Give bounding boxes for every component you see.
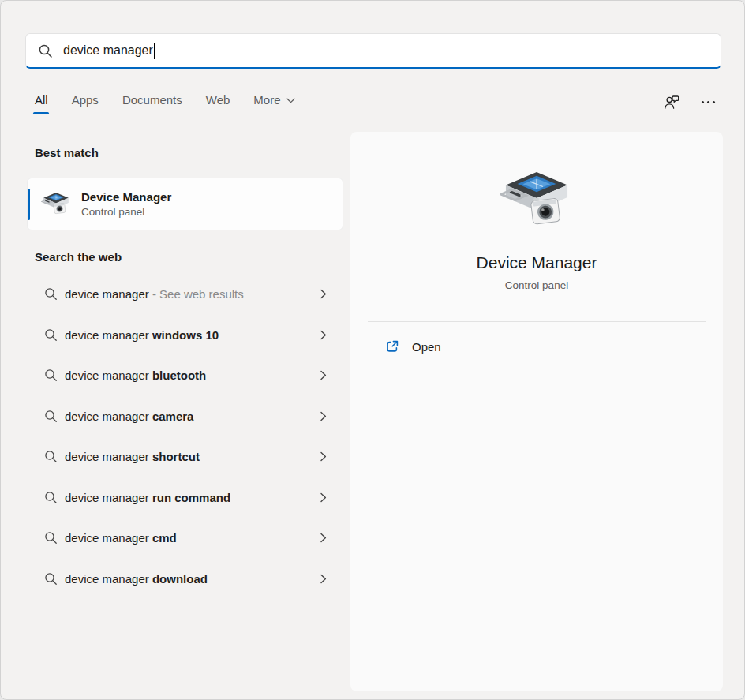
best-match-header: Best match — [35, 146, 343, 159]
selection-accent-bar — [28, 189, 30, 220]
windows-search-flyout: device manager All Apps Documents Web Mo… — [0, 0, 745, 700]
web-suggestion-camera[interactable]: device manager camera — [27, 396, 343, 437]
search-icon — [44, 531, 58, 545]
web-suggestion-shortcut[interactable]: device manager shortcut — [27, 436, 343, 477]
chevron-right-icon — [319, 492, 328, 503]
results-area: Best match — [1, 116, 744, 699]
search-icon — [44, 450, 58, 463]
results-list-column: Best match — [1, 116, 350, 699]
more-options-button[interactable] — [702, 94, 715, 110]
web-suggestion-bluetooth[interactable]: device manager bluetooth — [27, 355, 343, 396]
tab-more[interactable]: More — [253, 93, 294, 116]
search-icon — [44, 369, 58, 382]
chevron-right-icon — [319, 369, 328, 381]
chevron-right-icon — [319, 573, 328, 585]
person-chat-icon — [664, 94, 680, 110]
search-icon — [44, 410, 58, 423]
preview-title: Device Manager — [477, 253, 597, 272]
active-tab-underline — [33, 112, 49, 114]
tab-all[interactable]: All — [35, 93, 48, 116]
tab-apps[interactable]: Apps — [72, 93, 99, 116]
web-suggestions-list: device manager - See web results device … — [27, 274, 343, 599]
search-filter-tabs: All Apps Documents Web More — [1, 69, 744, 116]
best-match-title: Device Manager — [81, 190, 171, 204]
open-label: Open — [412, 340, 441, 354]
search-icon — [44, 328, 58, 342]
chevron-right-icon — [319, 532, 328, 544]
web-suggestion-windows-10[interactable]: device manager windows 10 — [27, 315, 343, 356]
divider — [368, 321, 706, 322]
chevron-right-icon — [319, 410, 328, 422]
web-suggestion-cmd[interactable]: device manager cmd — [27, 518, 343, 559]
chevron-right-icon — [319, 451, 328, 462]
chevron-right-icon — [319, 288, 328, 300]
web-suggestion-download[interactable]: device manager download — [27, 559, 343, 600]
open-external-icon — [385, 339, 399, 354]
feedback-button[interactable] — [664, 94, 680, 110]
chevron-right-icon — [319, 329, 328, 341]
preview-panel: Device Manager Control panel Open — [350, 132, 723, 691]
search-icon — [44, 491, 58, 504]
search-web-header: Search the web — [35, 250, 343, 264]
search-icon — [44, 287, 58, 301]
preview-subtitle: Control panel — [505, 279, 568, 291]
search-query-text: device manager — [63, 43, 153, 58]
best-match-subtitle: Control panel — [81, 206, 171, 218]
tab-web[interactable]: Web — [206, 93, 230, 116]
text-caret — [154, 43, 155, 59]
chevron-down-icon — [286, 98, 295, 103]
tab-documents[interactable]: Documents — [122, 93, 182, 116]
best-match-result-device-manager[interactable]: Device Manager Control panel — [27, 178, 343, 230]
ellipsis-icon — [702, 94, 715, 110]
search-icon — [38, 43, 53, 58]
best-match-text: Device Manager Control panel — [81, 190, 171, 218]
search-icon — [44, 572, 58, 586]
open-action[interactable]: Open — [350, 331, 723, 361]
web-suggestion-run-command[interactable]: device manager run command — [27, 477, 343, 518]
search-bar-area: device manager — [1, 1, 744, 69]
device-manager-icon — [41, 191, 71, 218]
device-manager-icon — [500, 169, 574, 234]
search-input[interactable]: device manager — [25, 33, 721, 69]
web-suggestion-see-web-results[interactable]: device manager - See web results — [27, 274, 343, 315]
